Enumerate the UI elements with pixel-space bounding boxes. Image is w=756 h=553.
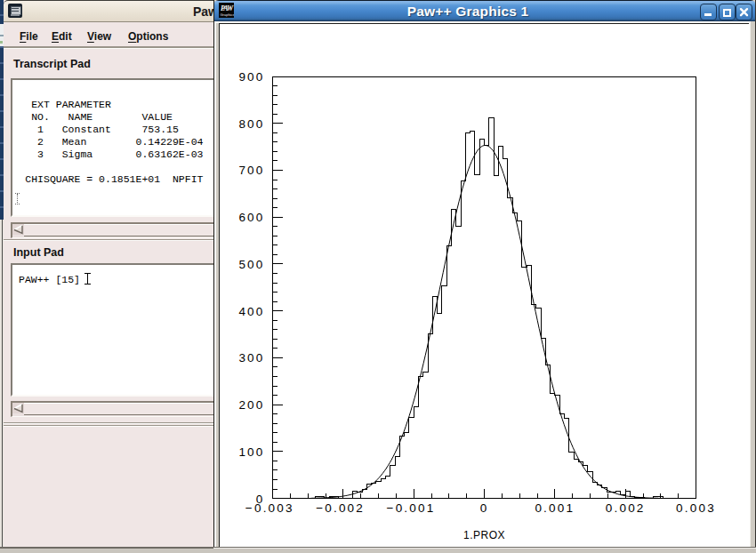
svg-text:0.002: 0.002 <box>606 501 646 515</box>
svg-text:−0.002: −0.002 <box>316 501 365 515</box>
svg-text:500: 500 <box>238 258 264 271</box>
svg-text:700: 700 <box>238 164 264 177</box>
svg-text:800: 800 <box>238 117 264 131</box>
svg-text:900: 900 <box>238 70 264 84</box>
svg-text:400: 400 <box>238 305 264 318</box>
svg-text:200: 200 <box>238 398 264 412</box>
svg-text:300: 300 <box>238 351 264 365</box>
svg-text:−0.003: −0.003 <box>245 501 294 515</box>
svg-text:1.PROX: 1.PROX <box>463 529 505 541</box>
svg-text:0: 0 <box>480 501 489 515</box>
svg-text:100: 100 <box>238 445 264 459</box>
svg-text:0.003: 0.003 <box>676 501 716 515</box>
svg-text:0.001: 0.001 <box>535 501 575 515</box>
svg-text:−0.001: −0.001 <box>387 501 436 515</box>
svg-text:600: 600 <box>238 211 264 224</box>
